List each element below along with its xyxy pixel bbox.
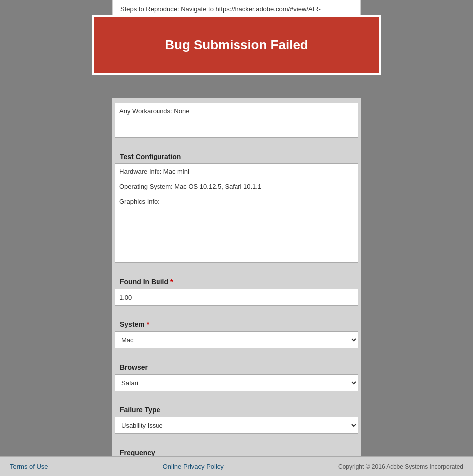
system-required: *	[147, 320, 149, 328]
workarounds-textarea[interactable]: Any Workarounds: None	[115, 103, 358, 138]
system-select[interactable]: Mac Windows Linux iOS Android	[115, 331, 358, 348]
found-in-build-required: *	[170, 278, 173, 286]
browser-label: Browser	[112, 358, 361, 374]
bug-form: Any Workarounds: None Test Configuration…	[112, 98, 361, 476]
failure-type-section: Failure Type Usability Issue Crash Funct…	[112, 396, 361, 439]
test-configuration-label: Test Configuration	[112, 148, 361, 163]
terms-of-use-link[interactable]: Terms of Use	[10, 463, 48, 470]
failure-type-select[interactable]: Usability Issue Crash Functional Perform…	[115, 417, 358, 434]
failure-type-label: Failure Type	[112, 401, 361, 417]
footer-copyright: Copyright © 2016 Adobe Systems Incorpora…	[338, 463, 463, 470]
system-section: System * Mac Windows Linux iOS Android	[112, 311, 361, 353]
found-in-build-label: Found In Build *	[112, 273, 361, 289]
browser-section: Browser Safari Chrome Firefox Edge IE	[112, 353, 361, 396]
test-configuration-section: Test Configuration Hardware Info: Mac mi…	[112, 143, 361, 268]
browser-select[interactable]: Safari Chrome Firefox Edge IE	[115, 374, 358, 391]
error-modal: Bug Submission Failed	[92, 15, 381, 75]
footer: Terms of Use Online Privacy Policy Copyr…	[0, 456, 473, 476]
privacy-policy-link[interactable]: Online Privacy Policy	[163, 463, 224, 470]
steps-to-reproduce-text: Steps to Reproduce: Navigate to https://…	[120, 5, 321, 13]
test-configuration-textarea[interactable]: Hardware Info: Mac mini Operating System…	[115, 163, 358, 263]
system-label: System *	[112, 316, 361, 331]
found-in-build-input[interactable]	[115, 289, 358, 306]
found-in-build-section: Found In Build *	[112, 268, 361, 311]
workarounds-section: Any Workarounds: None	[112, 98, 361, 143]
modal-title: Bug Submission Failed	[165, 37, 308, 53]
